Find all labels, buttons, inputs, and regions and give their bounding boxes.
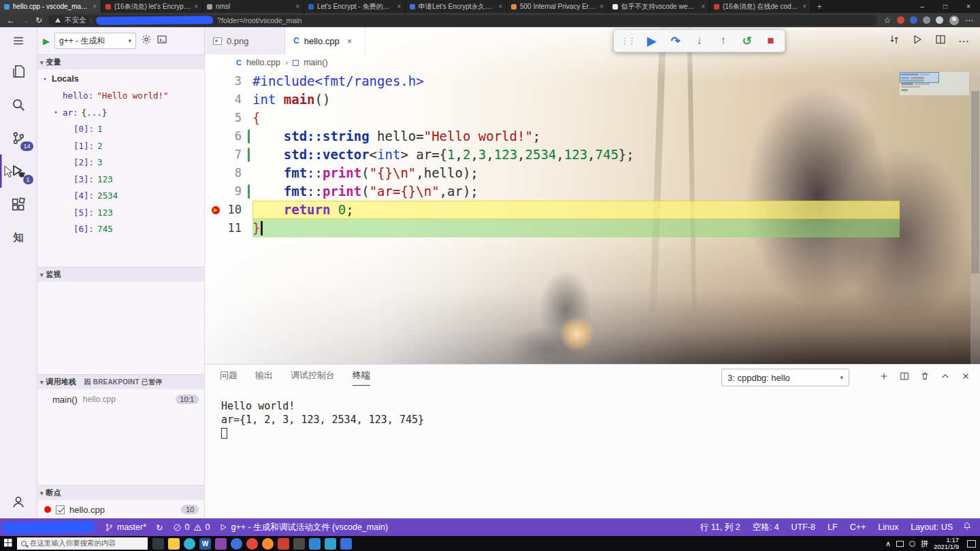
callstack-section-header[interactable]: ▾ 调用堆栈 因 BREAKPOINT 已暂停 [37, 374, 204, 389]
explorer-icon[interactable] [0, 54, 37, 88]
tab-close-icon[interactable]: × [701, 3, 705, 10]
app-red-icon[interactable] [278, 538, 289, 550]
breakpoint-checkbox[interactable] [56, 505, 65, 514]
stop-button[interactable]: ■ [760, 31, 782, 51]
tray-expand-icon[interactable]: ∧ [885, 539, 891, 548]
tray-network-icon[interactable] [909, 541, 915, 547]
zhihu-extension-icon[interactable]: 知 [0, 221, 37, 254]
maximize-panel-icon[interactable] [941, 371, 950, 384]
status-item[interactable]: 空格: 4 [753, 522, 779, 533]
debug-status-item[interactable]: g++ - 生成和调试活动文件 (vscode_main) [219, 522, 388, 533]
panel-tab-调试控制台[interactable]: 调试控制台 [291, 369, 335, 386]
sync-item[interactable]: ↻ [156, 522, 163, 533]
variable-row[interactable]: ▾Locals [37, 71, 204, 88]
browser-tab[interactable]: (16条消息) 在线de code-server...× [710, 0, 811, 13]
problems-item[interactable]: 0 0 [173, 522, 210, 532]
code-line[interactable]: 5{ [205, 109, 980, 127]
maximize-button[interactable]: □ [934, 0, 957, 13]
line-number-gutter[interactable]: 5 [205, 109, 252, 127]
terminal-select[interactable]: 3: cppdbg: hello ▾ [721, 369, 849, 386]
minimap[interactable] [900, 72, 969, 95]
vscode-icon[interactable] [309, 538, 321, 550]
address-input[interactable]: 不安全 | ?folder=/root/vscode_main [48, 15, 877, 26]
browser-tab[interactable]: 500 Internal Privacy Error× [507, 0, 608, 13]
taskbar-search-input[interactable]: 在这里输入你要搜索的内容 [17, 537, 148, 550]
browser-tab[interactable]: 似乎不支持vscode web? - Issu...× [608, 0, 710, 13]
code-editor[interactable]: 3#include<fmt/ranges.h>4int main()5{6 st… [205, 71, 980, 364]
editor-scrollbar[interactable] [970, 71, 980, 364]
step-into-button[interactable]: ↓ [688, 31, 710, 51]
variable-row[interactable]: [1]:2 [37, 137, 204, 154]
minimize-button[interactable]: – [911, 0, 934, 13]
start-debug-icon[interactable]: ▶ [43, 36, 50, 46]
line-number-gutter[interactable]: 4 [205, 90, 252, 109]
profile-avatar[interactable] [949, 16, 959, 25]
variable-row[interactable]: [3]:123 [37, 171, 204, 188]
forward-button[interactable]: → [21, 16, 29, 25]
code-line[interactable]: 3#include<fmt/ranges.h> [205, 72, 980, 90]
gear-icon[interactable] [141, 34, 152, 48]
browser-tab[interactable]: hello.cpp - vscode_main - code-× [0, 0, 101, 13]
clock[interactable]: 1:17 2021/1/9 [934, 537, 959, 550]
favorites-star-icon[interactable]: ☆ [883, 16, 891, 25]
code-line[interactable]: 10 return 0; [205, 201, 980, 219]
code-line[interactable]: 11} [205, 219, 980, 237]
step-over-button[interactable]: ↷ [664, 31, 687, 51]
panel-tab-终端[interactable]: 终端 [353, 369, 370, 386]
search-icon[interactable] [0, 88, 37, 121]
split-editor-icon[interactable] [935, 34, 946, 48]
tray-monitor-icon[interactable] [896, 541, 904, 547]
drag-handle-icon[interactable]: ⋮⋮ [617, 31, 639, 51]
new-tab-button[interactable]: + [811, 0, 828, 13]
status-item[interactable]: Layout: US [911, 522, 953, 532]
vscode-alt-icon[interactable] [325, 538, 336, 550]
chrome-icon[interactable] [246, 538, 258, 550]
line-number-gutter[interactable]: 7 [205, 146, 252, 164]
chevron-down-icon[interactable]: ▾ [52, 109, 59, 116]
breadcrumb-file[interactable]: hello.cpp [246, 58, 280, 67]
variable-row[interactable]: ▾ar:{...} [37, 104, 204, 121]
status-item[interactable]: C++ [850, 522, 866, 532]
app-blue-icon[interactable] [340, 538, 352, 550]
variable-row[interactable]: hello:"Hello world!" [37, 88, 204, 105]
variable-row[interactable]: [6]:745 [37, 221, 204, 238]
watch-section-header[interactable]: ▾ 监视 [37, 267, 204, 282]
browser-tab[interactable]: 申请Let's Encrypt永久免费SSL证...× [406, 0, 507, 13]
firefox-icon[interactable] [262, 538, 274, 550]
scrollbar-thumb[interactable] [971, 91, 979, 273]
start-button[interactable] [4, 537, 12, 550]
git-branch-item[interactable]: master* [105, 522, 146, 532]
tab-close-icon[interactable]: × [295, 3, 299, 10]
variables-section-header[interactable]: ▾ 变量 [37, 54, 204, 69]
compare-changes-icon[interactable] [889, 34, 900, 48]
ime-indicator[interactable]: 拼 [921, 539, 928, 549]
debug-console-icon[interactable] [157, 34, 167, 48]
browser-tab[interactable]: Let's Encrypt - 免费的SSL/TLS证...× [304, 0, 406, 13]
task-view-icon[interactable] [152, 538, 164, 550]
variable-row[interactable]: [4]:2534 [37, 188, 204, 205]
line-number-gutter[interactable]: 11 [205, 219, 252, 237]
line-number-gutter[interactable]: 10 [205, 201, 252, 219]
line-number-gutter[interactable]: 6 [205, 127, 252, 146]
editor-tab[interactable]: 0.png [205, 27, 285, 54]
run-debug-icon[interactable]: 1 [0, 154, 37, 188]
new-terminal-icon[interactable] [879, 371, 889, 384]
status-item[interactable]: Linux [878, 522, 898, 532]
stack-frame-row[interactable]: main() hello.cpp 10:1 [37, 390, 204, 408]
extension-icon[interactable] [910, 16, 917, 24]
edge-icon[interactable] [184, 538, 195, 550]
code-line[interactable]: 8 fmt::print("{}\n",hello); [205, 164, 980, 182]
code-line[interactable]: 9 fmt::print("ar={}\n",ar); [205, 182, 980, 201]
edge-blue-icon[interactable] [231, 538, 242, 550]
code-line[interactable]: 7 std::vector<int> ar={1,2,3,123,2534,12… [205, 146, 980, 164]
split-terminal-icon[interactable] [900, 371, 909, 384]
panel-tab-问题[interactable]: 问题 [220, 369, 238, 386]
code-line[interactable]: 4int main() [205, 90, 980, 109]
status-item[interactable]: 行 11, 列 2 [700, 522, 740, 533]
extension-icon[interactable] [936, 16, 943, 24]
tab-close-icon[interactable]: × [93, 3, 97, 10]
restart-button[interactable]: ↺ [736, 31, 758, 51]
more-actions-icon[interactable]: ⋯ [958, 35, 969, 48]
browser-tab[interactable]: nmsl× [203, 0, 304, 13]
file-explorer-icon[interactable] [168, 538, 180, 550]
